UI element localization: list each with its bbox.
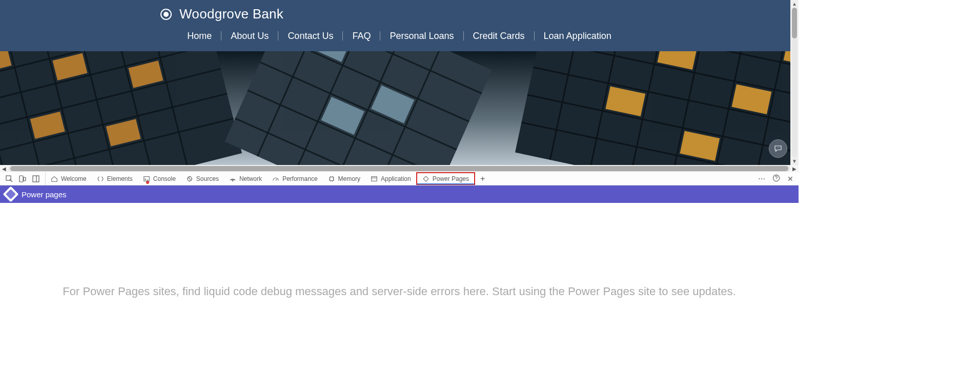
tab-elements[interactable]: Elements <box>92 172 138 185</box>
svg-point-1 <box>164 12 169 17</box>
tab-elements-label: Elements <box>107 175 133 182</box>
tab-welcome[interactable]: Welcome <box>46 172 92 185</box>
tab-application[interactable]: Application <box>365 172 416 185</box>
svg-rect-61 <box>330 177 333 180</box>
nav-loans-label: Personal Loans <box>390 31 454 41</box>
nav-credit-label: Credit Cards <box>473 31 525 41</box>
site-header: Woodgrove Bank Home About Us Contact Us … <box>0 0 799 51</box>
nav-contact[interactable]: Contact Us <box>278 31 343 40</box>
devtools-left-icon-cluster <box>0 172 46 185</box>
nav-credit[interactable]: Credit Cards <box>464 31 535 40</box>
power-pages-empty-message: For Power Pages sites, find liquid code … <box>63 285 736 298</box>
nav-about-label: About Us <box>231 31 269 41</box>
devtools-tabs: Welcome Elements Console Sources Network <box>46 172 490 185</box>
svg-rect-64 <box>423 176 428 181</box>
help-icon[interactable] <box>772 174 780 183</box>
nav-home-label: Home <box>187 31 212 41</box>
brand-logo-icon <box>160 8 172 20</box>
tab-network-label: Network <box>239 175 262 182</box>
tab-application-label: Application <box>381 175 411 182</box>
hero-building-mid <box>224 51 492 165</box>
tab-welcome-label: Welcome <box>61 175 87 182</box>
more-options-icon[interactable]: ⋯ <box>758 175 765 182</box>
tab-power-pages[interactable]: Power Pages <box>416 172 475 185</box>
nav-home[interactable]: Home <box>178 31 221 40</box>
svg-rect-62 <box>372 176 377 181</box>
close-devtools-icon[interactable]: ✕ <box>787 175 793 182</box>
dock-side-icon[interactable] <box>32 175 40 183</box>
nav-faq[interactable]: FAQ <box>343 31 380 40</box>
scroll-right-arrow-icon[interactable]: ▶ <box>790 166 799 172</box>
nav-faq-label: FAQ <box>352 31 371 41</box>
tab-performance[interactable]: Performance <box>267 172 323 185</box>
vertical-scroll-thumb[interactable] <box>792 8 797 38</box>
hero-building-right <box>515 51 799 165</box>
viewport-vertical-scrollbar[interactable]: ▲ ▼ <box>790 0 799 165</box>
power-pages-header-bar: Power pages <box>0 185 799 203</box>
main-nav: Home About Us Contact Us FAQ Personal Lo… <box>0 22 799 40</box>
nav-apply[interactable]: Loan Application <box>535 31 621 40</box>
devtools-toolbar: Welcome Elements Console Sources Network <box>0 172 799 185</box>
viewport-horizontal-scrollbar[interactable]: ◀ ▶ <box>0 165 799 172</box>
tab-memory-label: Memory <box>338 175 360 182</box>
nav-loans[interactable]: Personal Loans <box>380 31 463 40</box>
tab-sources-label: Sources <box>196 175 219 182</box>
tab-performance-label: Performance <box>282 175 318 182</box>
tab-power-pages-label: Power Pages <box>433 175 469 182</box>
scroll-left-arrow-icon[interactable]: ◀ <box>0 166 8 172</box>
power-pages-body: For Power Pages sites, find liquid code … <box>0 203 799 298</box>
device-toggle-icon[interactable] <box>18 175 27 183</box>
brand-row: Woodgrove Bank <box>0 0 799 22</box>
power-pages-icon <box>3 186 18 202</box>
console-error-badge-icon <box>146 181 149 184</box>
svg-rect-56 <box>33 176 39 182</box>
inspect-element-icon[interactable] <box>5 175 13 183</box>
svg-point-60 <box>232 180 233 181</box>
horizontal-scroll-track[interactable] <box>8 166 790 172</box>
svg-rect-2 <box>0 51 242 165</box>
devtools-right-controls: ⋯ ✕ <box>758 172 799 185</box>
website-viewport: Woodgrove Bank Home About Us Contact Us … <box>0 0 799 165</box>
tab-network[interactable]: Network <box>224 172 267 185</box>
svg-rect-55 <box>24 177 26 181</box>
hero-image <box>0 51 799 165</box>
nav-about[interactable]: About Us <box>221 31 278 40</box>
scroll-up-arrow-icon[interactable]: ▲ <box>792 0 797 8</box>
nav-apply-label: Loan Application <box>544 31 611 41</box>
brand-title: Woodgrove Bank <box>179 6 283 22</box>
add-tab-button[interactable]: + <box>475 174 490 183</box>
nav-contact-label: Contact Us <box>288 31 333 41</box>
vertical-scroll-track[interactable] <box>792 8 797 157</box>
tab-console[interactable]: Console <box>138 172 181 185</box>
scroll-down-arrow-icon[interactable]: ▼ <box>792 157 797 165</box>
tab-sources[interactable]: Sources <box>181 172 224 185</box>
horizontal-scroll-thumb[interactable] <box>10 166 788 171</box>
hero-building-left <box>0 51 242 165</box>
power-pages-title: Power pages <box>22 190 67 199</box>
chat-bubble-button[interactable] <box>769 139 787 158</box>
tab-memory[interactable]: Memory <box>323 172 365 185</box>
svg-rect-54 <box>19 176 23 182</box>
tab-console-label: Console <box>153 175 176 182</box>
